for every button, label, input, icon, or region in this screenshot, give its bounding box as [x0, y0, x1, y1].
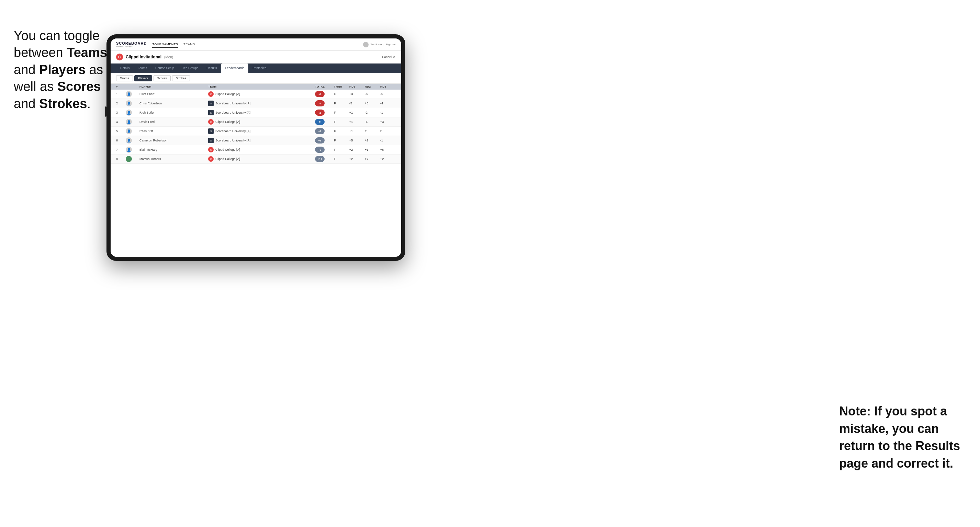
- rd3: +6: [380, 148, 396, 151]
- thru: F: [334, 157, 349, 161]
- rd2: -4: [365, 120, 380, 124]
- toggle-strokes[interactable]: Strokes: [172, 75, 190, 81]
- player-avatar: 👤: [126, 147, 132, 153]
- rd3: +3: [380, 120, 396, 124]
- player-name: Cameron Robertson: [140, 139, 208, 142]
- rank: 3: [116, 111, 126, 114]
- table-header: # PLAYER TEAM TOTAL THRU RD1 RD2 RD3: [111, 84, 401, 90]
- rd1: -5: [349, 102, 365, 105]
- nav-link-teams[interactable]: TEAMS: [183, 41, 195, 48]
- nav-right: Test User | Sign out: [363, 42, 396, 48]
- toggle-scores[interactable]: Scores: [154, 75, 171, 81]
- cancel-icon: ✕: [393, 55, 396, 59]
- rd3: -4: [380, 102, 396, 105]
- logo-area: SCOREBOARD Powered by clippd: [116, 41, 147, 48]
- toggle-players[interactable]: Players: [134, 75, 152, 81]
- tab-printables[interactable]: Printables: [248, 63, 270, 73]
- player-avatar: 👤: [126, 91, 132, 97]
- tab-tee-groups[interactable]: Tee Groups: [178, 63, 203, 73]
- thru: F: [334, 148, 349, 151]
- team-cell: C Clippd College [A]: [208, 156, 284, 162]
- player-avatar: 👤: [126, 137, 132, 143]
- tournament-gender: (Men): [164, 55, 173, 59]
- sub-toggle-bar: Teams Players Scores Strokes: [111, 73, 401, 84]
- player-avatar: 👤: [126, 128, 132, 134]
- toggle-teams[interactable]: Teams: [116, 75, 133, 81]
- rd3: -1: [380, 111, 396, 114]
- sign-out-link[interactable]: Sign out: [386, 43, 396, 46]
- team-cell: S Scoreboard University [A]: [208, 129, 284, 134]
- team-logo: S: [208, 110, 214, 115]
- tablet-shell: SCOREBOARD Powered by clippd TOURNAMENTS…: [107, 34, 405, 261]
- total-score: -4: [315, 100, 325, 106]
- rank: 8: [116, 157, 126, 161]
- team-cell: C Clippd College [A]: [208, 91, 284, 97]
- table-row: 2 👤 Chris Robertson S Scoreboard Univers…: [111, 99, 401, 108]
- rd3: E: [380, 129, 396, 133]
- thru: F: [334, 129, 349, 133]
- logo-text: SCOREBOARD: [116, 41, 147, 45]
- thru: F: [334, 92, 349, 96]
- rank: 1: [116, 92, 126, 96]
- note-label: Note: If you spot a mistake, you can ret…: [839, 404, 960, 470]
- team-cell: C Clippd College [A]: [208, 147, 284, 152]
- rd1: +2: [349, 157, 365, 161]
- nav-links: TOURNAMENTS TEAMS: [152, 41, 363, 48]
- tab-leaderboards[interactable]: Leaderboards: [221, 63, 249, 73]
- rank: 4: [116, 120, 126, 124]
- rd1: +3: [349, 92, 365, 96]
- player-name: Elliot Ebert: [140, 92, 208, 96]
- rank: 6: [116, 139, 126, 142]
- team-name: Clippd College [A]: [215, 157, 240, 161]
- team-logo: S: [208, 138, 214, 143]
- rd2: E: [365, 129, 380, 133]
- tab-details[interactable]: Details: [116, 63, 134, 73]
- table-row: 7 👤 Blair McHarg C Clippd College [A] +8…: [111, 145, 401, 154]
- cancel-button[interactable]: Cancel ✕: [382, 55, 396, 59]
- rank: 5: [116, 129, 126, 133]
- team-name: Clippd College [A]: [215, 120, 240, 124]
- team-logo: S: [208, 129, 214, 134]
- player-name: Marcus Turners: [140, 157, 208, 161]
- tab-teams[interactable]: Teams: [134, 63, 151, 73]
- tab-nav: Details Teams Course Setup Tee Groups Re…: [111, 63, 401, 73]
- total-score: +1: [315, 128, 325, 134]
- col-player: PLAYER: [140, 85, 208, 88]
- team-name: Clippd College [A]: [215, 148, 240, 151]
- team-name: Scoreboard University [A]: [215, 139, 250, 142]
- total-score: -2: [315, 110, 325, 116]
- total-score: E: [315, 119, 325, 125]
- total-score: -8: [315, 91, 325, 97]
- user-avatar: [363, 42, 369, 48]
- team-logo: C: [208, 119, 214, 125]
- tab-results[interactable]: Results: [203, 63, 221, 73]
- total-score: +8: [315, 147, 325, 153]
- player-name: Blair McHarg: [140, 148, 208, 151]
- table-row: 5 👤 Rees Britt S Scoreboard University […: [111, 127, 401, 136]
- total-score: +11: [315, 156, 325, 162]
- team-logo: S: [208, 101, 214, 106]
- logo-sub: Powered by clippd: [116, 45, 147, 48]
- user-label: Test User |: [371, 43, 384, 46]
- top-nav: SCOREBOARD Powered by clippd TOURNAMENTS…: [111, 38, 401, 51]
- left-annotation: You can toggle between Teams and Players…: [14, 27, 110, 112]
- team-logo: C: [208, 156, 214, 162]
- player-name: Rich Butler: [140, 111, 208, 114]
- nav-link-tournaments[interactable]: TOURNAMENTS: [152, 41, 178, 48]
- rd3: -5: [380, 92, 396, 96]
- team-name: Scoreboard University [A]: [215, 129, 250, 133]
- player-avatar: 👤: [126, 119, 132, 125]
- leaderboard-table: # PLAYER TEAM TOTAL THRU RD1 RD2 RD3 1 👤…: [111, 84, 401, 257]
- clippd-logo: C: [116, 54, 123, 60]
- player-name: Chris Robertson: [140, 102, 208, 105]
- team-name: Scoreboard University [A]: [215, 111, 250, 114]
- player-avatar: 👤: [126, 100, 132, 106]
- rd1: +5: [349, 139, 365, 142]
- tab-course-setup[interactable]: Course Setup: [151, 63, 178, 73]
- rd2: -6: [365, 92, 380, 96]
- table-row: 3 👤 Rich Butler S Scoreboard University …: [111, 108, 401, 117]
- rd2: +5: [365, 102, 380, 105]
- cancel-label: Cancel: [382, 55, 391, 59]
- right-annotation: Note: If you spot a mistake, you can ret…: [839, 403, 970, 472]
- col-spacer: [284, 85, 315, 88]
